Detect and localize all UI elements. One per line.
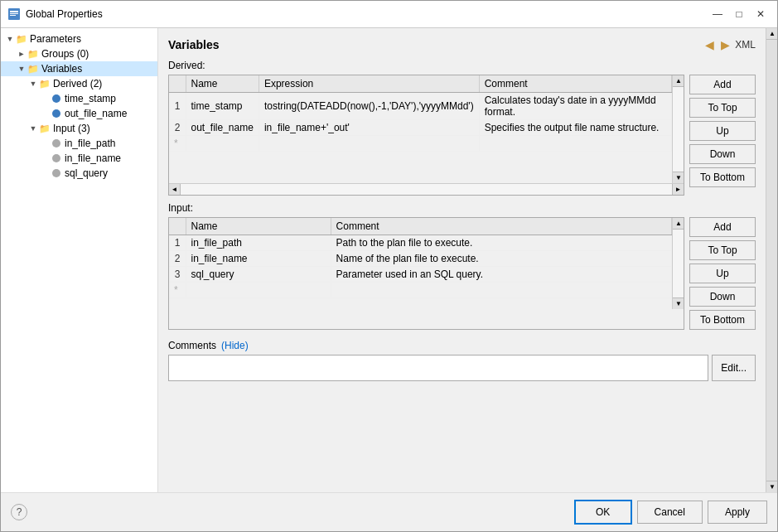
toggle-parameters[interactable]: ▼ xyxy=(4,33,16,45)
sidebar-item-in-file-name[interactable]: in_file_name xyxy=(1,151,157,166)
sidebar-label-in-file-name: in_file_name xyxy=(65,152,121,164)
folder-icon-variables: 📁 xyxy=(27,63,39,75)
derived-up-button[interactable]: Up xyxy=(689,121,756,141)
input-add-button[interactable]: Add xyxy=(689,217,756,237)
input-to-top-button[interactable]: To Top xyxy=(689,240,756,260)
sidebar-item-groups[interactable]: ► 📁 Groups (0) xyxy=(1,46,157,61)
outer-scroll-track xyxy=(766,40,777,481)
titlebar: Global Properties — □ ✕ xyxy=(1,1,777,28)
ok-button[interactable]: OK xyxy=(574,500,632,525)
sidebar-label-input: Input (3) xyxy=(53,123,90,134)
folder-icon-groups: 📁 xyxy=(27,48,39,60)
input-row-2-comment: Name of the plan file to execute. xyxy=(331,251,671,267)
edit-button[interactable]: Edit... xyxy=(712,355,756,381)
derived-to-bottom-button[interactable]: To Bottom xyxy=(689,167,756,187)
global-properties-dialog: Global Properties — □ ✕ ▼ 📁 Parameters ►… xyxy=(0,0,778,532)
sidebar-item-sql-query[interactable]: sql_query xyxy=(1,166,157,181)
titlebar-controls: — □ ✕ xyxy=(708,6,771,22)
nav-forward-button[interactable]: ▶ xyxy=(719,36,732,53)
derived-new-row[interactable]: * xyxy=(169,136,672,152)
sidebar-item-derived[interactable]: ▼ 📁 Derived (2) xyxy=(1,76,157,91)
input-new-row-indicator: * xyxy=(169,283,186,298)
hscroll-left[interactable]: ◄ xyxy=(169,184,181,196)
sidebar-label-in-file-path: in_file_path xyxy=(65,138,115,149)
hscroll-right[interactable]: ► xyxy=(672,184,684,196)
input-down-button[interactable]: Down xyxy=(689,287,756,307)
input-row-1-comment: Path to the plan file to execute. xyxy=(331,235,671,251)
hide-link[interactable]: (Hide) xyxy=(221,340,249,351)
derived-add-button[interactable]: Add xyxy=(689,75,756,94)
derived-row-2-expression: in_file_name+'_out' xyxy=(259,120,479,136)
toggle-groups[interactable]: ► xyxy=(16,48,27,60)
folder-icon-derived: 📁 xyxy=(39,78,51,89)
comments-textarea[interactable] xyxy=(168,355,708,381)
nav-back-button[interactable]: ◀ xyxy=(703,36,716,53)
input-row-2[interactable]: 2 in_file_name Name of the plan file to … xyxy=(169,251,672,267)
minimize-button[interactable]: — xyxy=(708,6,727,22)
derived-row-1-name: time_stamp xyxy=(186,93,259,120)
outer-scroll-down[interactable]: ▼ xyxy=(766,481,777,492)
input-side-buttons: Add To Top Up Down To Bottom xyxy=(689,217,756,330)
circle-icon-time-stamp xyxy=(51,93,62,104)
sidebar-item-input[interactable]: ▼ 📁 Input (3) xyxy=(1,121,157,136)
derived-row-2-comment: Specifies the output file name structure… xyxy=(479,120,671,136)
circle-icon-in-file-path xyxy=(51,138,62,149)
svg-rect-1 xyxy=(10,11,18,12)
input-scroll-down[interactable]: ▼ xyxy=(673,297,684,309)
input-table-wrapper: Name Comment 1 in_file_path Path xyxy=(168,217,684,330)
main-panel: Variables ◀ ▶ XML Derived: xyxy=(158,28,766,492)
panel-header: Variables ◀ ▶ XML xyxy=(168,36,756,53)
sidebar-item-parameters[interactable]: ▼ 📁 Parameters xyxy=(1,31,157,46)
scroll-up-arrow[interactable]: ▲ xyxy=(673,75,684,87)
input-row-3[interactable]: 3 sql_query Parameter used in an SQL que… xyxy=(169,267,672,283)
circle-icon-out-file xyxy=(51,108,62,119)
derived-row-2-name: out_file_name xyxy=(186,120,259,136)
input-col-num xyxy=(169,218,186,235)
input-scroll-up[interactable]: ▲ xyxy=(673,218,684,230)
toggle-variables[interactable]: ▼ xyxy=(16,63,27,75)
folder-icon-input: 📁 xyxy=(39,123,51,134)
input-row-3-num: 3 xyxy=(169,267,186,283)
comments-section: Comments (Hide) Edit... xyxy=(168,340,756,381)
input-label: Input: xyxy=(168,202,756,214)
derived-col-comment: Comment xyxy=(479,75,671,93)
content-area: ▼ 📁 Parameters ► 📁 Groups (0) ▼ 📁 Variab… xyxy=(1,28,777,492)
input-row-2-name: in_file_name xyxy=(186,251,331,267)
sidebar-label-derived: Derived (2) xyxy=(53,78,102,89)
close-button[interactable]: ✕ xyxy=(751,6,771,22)
sidebar-item-time-stamp[interactable]: time_stamp xyxy=(1,91,157,106)
page-title: Variables xyxy=(168,38,220,51)
input-row-2-num: 2 xyxy=(169,251,186,267)
derived-label: Derived: xyxy=(168,60,756,71)
input-up-button[interactable]: Up xyxy=(689,264,756,283)
outer-scroll-up[interactable]: ▲ xyxy=(766,28,777,40)
toggle-derived[interactable]: ▼ xyxy=(27,78,39,89)
derived-row-2[interactable]: 2 out_file_name in_file_name+'_out' Spec… xyxy=(169,120,672,136)
folder-icon: 📁 xyxy=(16,33,27,45)
derived-row-1[interactable]: 1 time_stamp tostring(DATEADD(now(),-1,'… xyxy=(169,93,672,120)
help-button[interactable]: ? xyxy=(11,504,27,520)
sidebar-label-parameters: Parameters xyxy=(30,33,81,45)
input-row-1[interactable]: 1 in_file_path Path to the plan file to … xyxy=(169,235,672,251)
svg-rect-2 xyxy=(10,13,18,14)
apply-button[interactable]: Apply xyxy=(708,501,767,524)
maximize-button[interactable]: □ xyxy=(729,6,749,22)
derived-to-top-button[interactable]: To Top xyxy=(689,98,756,118)
input-to-bottom-button[interactable]: To Bottom xyxy=(689,310,756,330)
sidebar-item-variables[interactable]: ▼ 📁 Variables xyxy=(1,61,157,76)
scroll-down-arrow[interactable]: ▼ xyxy=(673,172,684,183)
input-row-1-num: 1 xyxy=(169,235,186,251)
sidebar-label-out-file-name: out_file_name xyxy=(65,108,127,119)
sidebar-item-in-file-path[interactable]: in_file_path xyxy=(1,136,157,151)
derived-hscroll: ◄ ► xyxy=(169,183,684,195)
cancel-button[interactable]: Cancel xyxy=(637,501,703,524)
xml-label: XML xyxy=(735,39,756,51)
input-row-3-name: sql_query xyxy=(186,267,331,283)
circle-icon-in-file-name xyxy=(51,152,62,164)
sidebar-item-out-file-name[interactable]: out_file_name xyxy=(1,106,157,121)
derived-down-button[interactable]: Down xyxy=(689,144,756,164)
toggle-input[interactable]: ▼ xyxy=(27,123,39,134)
input-new-row[interactable]: * xyxy=(169,283,672,298)
input-table: Name Comment 1 in_file_path Path xyxy=(169,218,672,298)
input-row-3-comment: Parameter used in an SQL query. xyxy=(331,267,671,283)
